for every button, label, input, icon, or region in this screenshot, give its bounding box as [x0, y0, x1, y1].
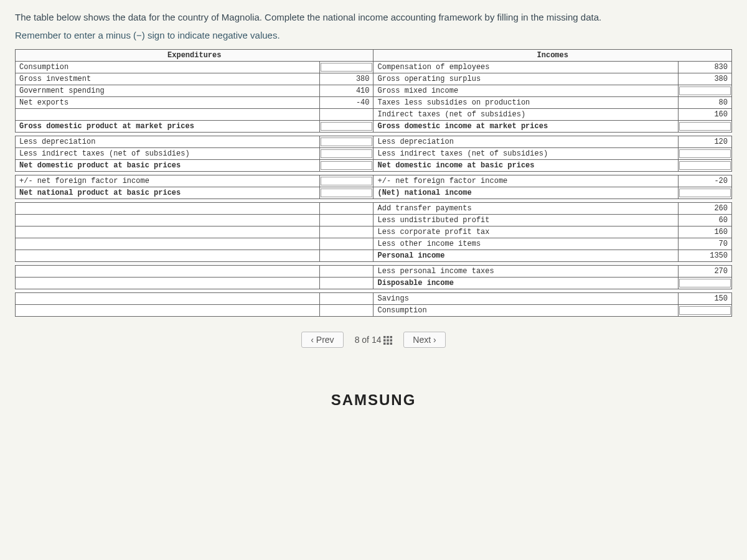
inc-gross-operating-surplus-value: 380 — [678, 73, 731, 85]
inc-net-foreign-factor-value: -20 — [678, 175, 731, 187]
svg-rect-2 — [390, 336, 393, 338]
inc-less-indirect-taxes-label: Less indirect taxes (net of subsidies) — [374, 148, 678, 160]
inc-national-income-label: (Net) national income — [374, 187, 678, 199]
exp-less-indirect-taxes-label: Less indirect taxes (net of subsidies) — [16, 148, 320, 160]
exp-gross-investment-value: 380 — [320, 73, 374, 85]
inc-gross-operating-surplus-label: Gross operating surplus — [374, 73, 678, 85]
inc-personal-income-label: Personal income — [374, 250, 678, 262]
chevron-left-icon: ‹ — [311, 335, 314, 345]
exp-gdp-market-label: Gross domestic product at market prices — [16, 121, 320, 133]
inc-gross-mixed-income-input[interactable] — [678, 85, 731, 97]
accounting-table: Expenditures Incomes Consumption Compens… — [15, 49, 732, 317]
inc-indirect-taxes-label: Indirect taxes (net of subsidies) — [374, 109, 678, 121]
prev-button[interactable]: ‹ Prev — [301, 332, 343, 348]
svg-rect-4 — [387, 339, 390, 342]
svg-rect-8 — [390, 343, 393, 345]
pagination-nav: ‹ Prev 8 of 14 Next › — [15, 332, 732, 348]
svg-rect-7 — [387, 343, 390, 345]
inc-gdi-market-input[interactable] — [678, 121, 731, 133]
svg-rect-3 — [383, 339, 386, 342]
inc-disposable-income-input[interactable] — [678, 278, 731, 289]
inc-less-indirect-taxes-input[interactable] — [678, 148, 731, 160]
exp-nnp-basic-input[interactable] — [320, 187, 374, 199]
inc-ndi-basic-label: Net domestic income at basic prices — [374, 160, 678, 172]
inc-less-undistributed-value: 60 — [678, 215, 731, 226]
inc-add-transfer-value: 260 — [678, 203, 731, 215]
instructions-text: The table below shows the data for the c… — [15, 10, 732, 25]
expenditures-header: Expenditures — [16, 50, 374, 62]
inc-consumption-input[interactable] — [678, 305, 731, 317]
chevron-right-icon: › — [433, 335, 436, 345]
inc-less-depreciation-value: 120 — [678, 136, 731, 148]
exp-ndp-basic-label: Net domestic product at basic prices — [16, 160, 320, 172]
inc-disposable-income-label: Disposable income — [374, 278, 678, 289]
exp-gross-investment-label: Gross investment — [16, 73, 320, 85]
grid-icon[interactable] — [383, 336, 392, 345]
reminder-text: Remember to enter a minus (−) sign to in… — [15, 30, 732, 40]
svg-rect-0 — [383, 336, 386, 338]
inc-less-personal-taxes-value: 270 — [678, 266, 731, 278]
inc-net-foreign-factor-label: +/- net foreign factor income — [374, 175, 678, 187]
exp-consumption-label: Consumption — [16, 62, 320, 73]
inc-less-corporate-tax-label: Less corporate profit tax — [374, 226, 678, 238]
exp-less-indirect-taxes-input[interactable] — [320, 148, 374, 160]
inc-personal-income-value: 1350 — [678, 250, 731, 262]
svg-rect-5 — [390, 339, 393, 342]
exp-ndp-basic-input[interactable] — [320, 160, 374, 172]
page-indicator: 8 of 14 — [355, 335, 393, 345]
next-button[interactable]: Next › — [403, 332, 445, 348]
exp-net-exports-label: Net exports — [16, 97, 320, 109]
inc-gross-mixed-income-label: Gross mixed income — [374, 85, 678, 97]
exp-net-foreign-factor-label: +/- net foreign factor income — [16, 175, 320, 187]
inc-less-undistributed-label: Less undistributed profit — [374, 215, 678, 226]
inc-gdi-market-label: Gross domestic income at market prices — [374, 121, 678, 133]
inc-less-corporate-tax-value: 160 — [678, 226, 731, 238]
exp-less-depreciation-input[interactable] — [320, 136, 374, 148]
exp-gdp-market-input[interactable] — [320, 121, 374, 133]
exp-net-foreign-factor-input[interactable] — [320, 175, 374, 187]
inc-ndi-basic-input[interactable] — [678, 160, 731, 172]
exp-net-exports-value: -40 — [320, 97, 374, 109]
inc-savings-label: Savings — [374, 293, 678, 305]
inc-add-transfer-label: Add transfer payments — [374, 203, 678, 215]
inc-compensation-label: Compensation of employees — [374, 62, 678, 73]
inc-less-other-items-label: Less other income items — [374, 238, 678, 250]
exp-government-spending-value: 410 — [320, 85, 374, 97]
exp-nnp-basic-label: Net national product at basic prices — [16, 187, 320, 199]
brand-logo: SAMSUNG — [15, 391, 732, 409]
exp-consumption-input[interactable] — [320, 62, 374, 73]
inc-savings-value: 150 — [678, 293, 731, 305]
exp-government-spending-label: Government spending — [16, 85, 320, 97]
inc-less-personal-taxes-label: Less personal income taxes — [374, 266, 678, 278]
exp-less-depreciation-label: Less depreciation — [16, 136, 320, 148]
inc-national-income-input[interactable] — [678, 187, 731, 199]
inc-less-other-items-value: 70 — [678, 238, 731, 250]
incomes-header: Incomes — [374, 50, 732, 62]
inc-consumption-label: Consumption — [374, 305, 678, 317]
inc-taxes-less-subsidies-value: 80 — [678, 97, 731, 109]
inc-indirect-taxes-value: 160 — [678, 109, 731, 121]
inc-compensation-value: 830 — [678, 62, 731, 73]
svg-rect-6 — [383, 343, 386, 345]
svg-rect-1 — [387, 336, 390, 338]
inc-less-depreciation-label: Less depreciation — [374, 136, 678, 148]
inc-taxes-less-subsidies-label: Taxes less subsidies on production — [374, 97, 678, 109]
